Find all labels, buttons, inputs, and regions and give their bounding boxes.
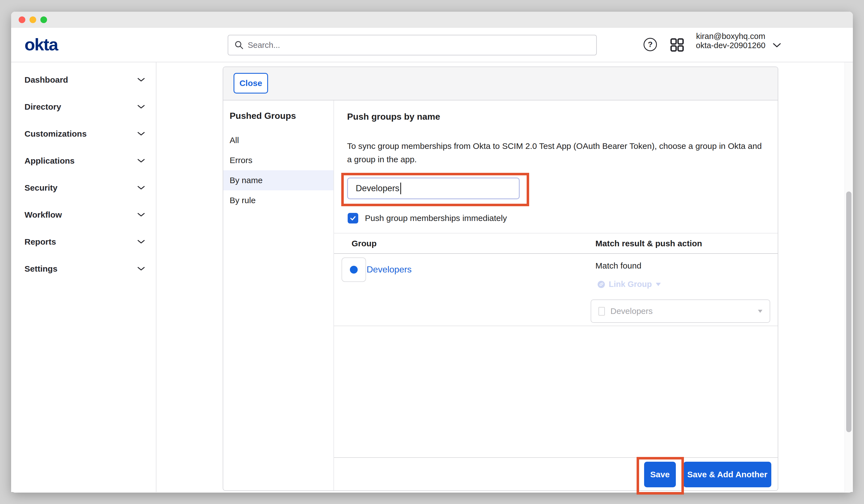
sidebar-item-workflow[interactable]: Workflow: [11, 201, 156, 228]
sidebar-item-security[interactable]: Security: [11, 174, 156, 201]
sidebar-item-dashboard[interactable]: Dashboard: [11, 66, 156, 93]
sidebar-item-reports[interactable]: Reports: [11, 228, 156, 255]
chevron-down-icon: [137, 213, 145, 217]
target-group-select[interactable]: Developers: [591, 299, 770, 323]
push-immediately-checkbox[interactable]: [348, 213, 358, 224]
table-header-group: Group: [351, 239, 376, 248]
page-description: To sync group memberships from Okta to S…: [347, 140, 762, 166]
window-close-button[interactable]: [19, 16, 25, 23]
pushed-groups-subnav: Pushed Groups All Errors By name By rule: [223, 100, 334, 490]
okta-logo[interactable]: okta: [24, 35, 58, 54]
save-and-add-another-button[interactable]: Save & Add Another: [683, 462, 771, 487]
sidebar-item-settings[interactable]: Settings: [11, 255, 156, 282]
group-avatar: [341, 257, 366, 282]
chevron-down-icon[interactable]: [773, 43, 781, 48]
link-icon: [598, 281, 605, 288]
search-icon: [235, 40, 244, 50]
table-header-match: Match result & push action: [596, 239, 702, 248]
subnav-item-all[interactable]: All: [223, 130, 334, 150]
text-cursor: [400, 182, 401, 194]
browser-window: okta ? kiran@boxyhq.com okta-dev-2090126…: [11, 12, 853, 493]
page-scrollbar[interactable]: [844, 62, 853, 492]
chevron-down-icon: [137, 267, 145, 271]
table-header-border: [334, 253, 778, 254]
sidebar-item-customizations[interactable]: Customizations: [11, 120, 156, 147]
group-placeholder-icon: [598, 307, 605, 315]
window-minimize-button[interactable]: [29, 16, 36, 23]
account-org-id: okta-dev-20901260: [690, 41, 771, 50]
chevron-down-icon: [137, 77, 145, 82]
section-divider: [334, 233, 778, 233]
target-group-value: Developers: [610, 307, 752, 316]
scrollbar-thumb[interactable]: [846, 191, 851, 432]
group-avatar-icon: [350, 266, 358, 274]
save-button[interactable]: Save: [644, 462, 676, 487]
table-row-border: [334, 326, 778, 326]
window-zoom-button[interactable]: [40, 16, 47, 23]
apps-grid-icon[interactable]: [670, 38, 684, 52]
chevron-down-icon: [137, 105, 145, 109]
subnav-title: Pushed Groups: [223, 110, 334, 121]
page-title: Push groups by name: [347, 111, 440, 122]
help-icon[interactable]: ?: [644, 38, 657, 51]
close-button[interactable]: Close: [233, 73, 268, 94]
group-name-link[interactable]: Developers: [367, 264, 412, 275]
chevron-down-icon: [137, 132, 145, 136]
main-content-area: Close Pushed Groups All Errors By name B…: [156, 62, 853, 492]
group-search-value: Developers: [356, 183, 399, 193]
push-by-name-pane: Push groups by name To sync group member…: [334, 100, 778, 490]
window-titlebar: [11, 12, 853, 28]
push-immediately-label: Push group memberships immediately: [365, 214, 507, 223]
footer-divider: [334, 457, 778, 458]
match-status-text: Match found: [596, 261, 641, 271]
subnav-item-by-rule[interactable]: By rule: [223, 190, 334, 211]
chevron-down-icon: [137, 240, 145, 244]
search-input[interactable]: [248, 35, 596, 55]
account-email: kiran@boxyhq.com: [690, 32, 771, 41]
account-menu[interactable]: kiran@boxyhq.com okta-dev-20901260: [690, 32, 771, 50]
sidebar-item-applications[interactable]: Applications: [11, 147, 156, 174]
global-search[interactable]: [228, 35, 597, 56]
link-group-label: Link Group: [609, 280, 652, 289]
push-groups-panel: Close Pushed Groups All Errors By name B…: [223, 67, 778, 491]
chevron-down-icon: [137, 185, 145, 190]
group-search-input[interactable]: Developers: [347, 178, 520, 199]
panel-toolbar: Close: [223, 67, 778, 100]
caret-down-icon: [656, 283, 661, 286]
sidebar-item-directory[interactable]: Directory: [11, 93, 156, 120]
caret-down-icon: [758, 310, 763, 313]
link-group-action[interactable]: Link Group: [598, 280, 661, 289]
chevron-down-icon: [137, 159, 145, 163]
app-header: okta ? kiran@boxyhq.com okta-dev-2090126…: [11, 28, 853, 62]
subnav-item-by-name[interactable]: By name: [223, 170, 334, 190]
sidebar-nav: Dashboard Directory Customizations Appli…: [11, 62, 156, 492]
subnav-item-errors[interactable]: Errors: [223, 150, 334, 170]
check-icon: [349, 215, 357, 222]
